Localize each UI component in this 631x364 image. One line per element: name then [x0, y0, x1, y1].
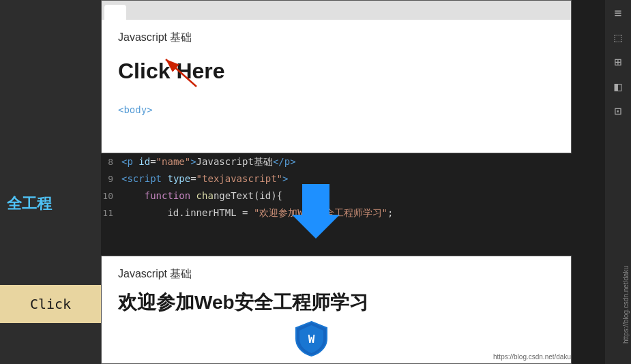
line-number-11: 11	[101, 206, 121, 221]
red-arrow-icon	[159, 54, 200, 91]
blue-arrow-icon	[292, 184, 340, 241]
code-content-11: id.innerHTML = "欢迎参加Web安全工程师学习";	[121, 205, 393, 220]
code-line-8: 8 <p id="name">Javascript基础</p>	[101, 153, 572, 170]
right-watermark-text: https://blog.csdn.net/daku	[622, 266, 630, 344]
right-icon-3[interactable]: ⊞	[605, 49, 631, 74]
browser-subtitle-top: Javascript 基础	[118, 31, 555, 45]
right-icon-2[interactable]: ⬚	[605, 25, 631, 49]
right-sidebar: ≡ ⬚ ⊞ ◧ ⊡ https://blog.csdn.net/daku	[605, 0, 631, 364]
browser-tab	[104, 5, 126, 20]
code-content-9: <script type="texjavascript">	[121, 171, 288, 186]
svg-marker-2	[292, 184, 340, 239]
sidebar-click-box: Click	[0, 285, 101, 323]
browser-tab-bar	[102, 1, 571, 20]
browser-preview-bottom: Javascript 基础 欢迎参加Web安全工程师学习 W	[101, 256, 572, 364]
right-icon-5[interactable]: ⊡	[605, 98, 631, 123]
left-sidebar: 全工程 Click	[0, 0, 101, 364]
welcome-heading: 欢迎参加Web安全工程师学习	[118, 290, 555, 316]
svg-line-1	[166, 59, 196, 87]
main-content: Javascript 基础 Click Here <body>	[101, 0, 605, 364]
right-icon-4[interactable]: ◧	[605, 74, 631, 98]
browser-preview-top: Javascript 基础 Click Here <body>	[101, 0, 572, 153]
sidebar-click-label: Click	[30, 296, 71, 312]
line-number-9: 9	[101, 172, 121, 187]
browser-content-bottom: Javascript 基础 欢迎参加Web安全工程师学习	[102, 256, 571, 327]
shield-icon: W	[293, 320, 334, 361]
browser-subtitle-bottom: Javascript 基础	[118, 267, 555, 282]
line-number-8: 8	[101, 155, 121, 170]
code-content-8: <p id="name">Javascript基础</p>	[121, 154, 296, 169]
right-icon-1[interactable]: ≡	[605, 0, 631, 25]
code-content-10: function changeText(id){	[121, 188, 282, 203]
browser-content-top: Javascript 基础 Click Here <body>	[102, 20, 571, 126]
watermark: https://blog.csdn.net/daku	[493, 353, 571, 361]
svg-text:W: W	[308, 333, 315, 346]
body-tag: <body>	[118, 104, 555, 115]
line-number-10: 10	[101, 189, 121, 204]
sidebar-label-full: 全工程	[7, 194, 52, 214]
